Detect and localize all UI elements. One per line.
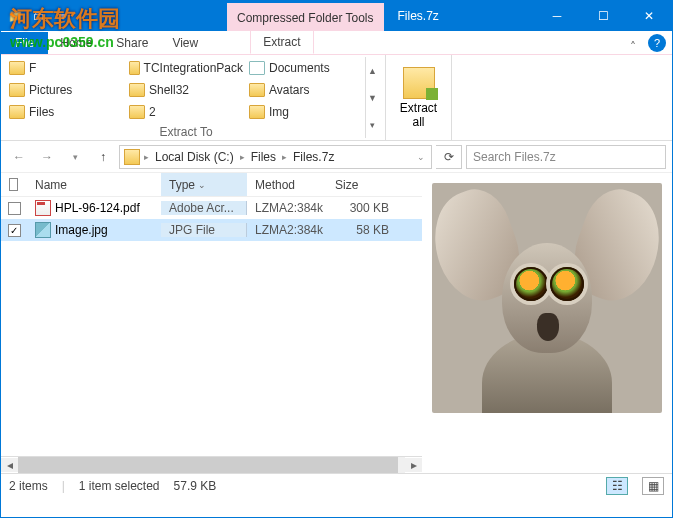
crumb-2[interactable]: Files.7z	[291, 150, 336, 164]
folder-icon: 🗀	[31, 8, 47, 24]
archive-icon: 📁	[7, 8, 23, 24]
extract-destination[interactable]: Img	[247, 101, 365, 123]
extract-destination[interactable]: F	[7, 57, 125, 79]
refresh-button[interactable]: ⟳	[436, 145, 462, 169]
view-large-icons-button[interactable]: ▦	[642, 477, 664, 495]
dest-label: F	[29, 61, 36, 75]
extract-all-button[interactable]: Extract all	[386, 55, 452, 140]
dest-scroll-more[interactable]: ▾	[366, 111, 379, 138]
pdf-file-icon	[35, 200, 51, 216]
extract-destination[interactable]: TCIntegrationPack	[127, 57, 245, 79]
dest-label: Shell32	[149, 83, 189, 97]
folder-icon	[9, 61, 25, 75]
dest-label: Pictures	[29, 83, 72, 97]
dest-label: Files	[29, 105, 54, 119]
crumb-dropdown[interactable]: ⌄	[415, 152, 427, 162]
horizontal-scrollbar[interactable]: ◂▸	[1, 456, 422, 473]
dest-scroll-down[interactable]: ▼	[366, 84, 379, 111]
column-size[interactable]: Size	[327, 173, 397, 196]
dest-label: Img	[269, 105, 289, 119]
dest-label: 2	[149, 105, 156, 119]
file-type: JPG File	[161, 223, 247, 237]
dest-label: Avatars	[269, 83, 309, 97]
file-row[interactable]: ✓Image.jpgJPG FileLZMA2:384k58 KB	[1, 219, 422, 241]
ribbon-extract-tab[interactable]: Extract	[250, 30, 313, 54]
row-checkbox[interactable]	[8, 202, 21, 215]
file-size: 58 KB	[327, 223, 397, 237]
folder-icon	[9, 83, 25, 97]
dest-scroll-up[interactable]: ▲	[366, 57, 379, 84]
column-method[interactable]: Method	[247, 173, 327, 196]
extract-all-label: Extract all	[400, 101, 437, 129]
ribbon-home-tab[interactable]: Home	[48, 32, 104, 54]
nav-history-button[interactable]: ▾	[63, 145, 87, 169]
nav-back-button[interactable]: ←	[7, 145, 31, 169]
nav-up-button[interactable]: ↑	[91, 145, 115, 169]
nav-forward-button: →	[35, 145, 59, 169]
folder-icon	[249, 105, 265, 119]
file-name: Image.jpg	[55, 223, 108, 237]
extract-destination[interactable]: Shell32	[127, 79, 245, 101]
file-type: Adobe Acr...	[161, 201, 247, 215]
ribbon-group-label: Extract To	[7, 123, 365, 141]
collapse-ribbon-button[interactable]: ˄	[624, 40, 642, 54]
dest-label: TCIntegrationPack	[144, 61, 243, 75]
view-details-button[interactable]: ☷	[606, 477, 628, 495]
folder-icon	[129, 83, 145, 97]
extract-all-icon	[403, 67, 435, 99]
status-item-count: 2 items	[9, 479, 48, 493]
contextual-tab-header: Compressed Folder Tools	[227, 3, 384, 31]
folder-icon	[249, 83, 265, 97]
window-title: Files.7z	[384, 1, 453, 31]
folder-icon	[249, 61, 265, 75]
ribbon-view-tab[interactable]: View	[160, 32, 210, 54]
search-input[interactable]: Search Files.7z	[466, 145, 666, 169]
column-type[interactable]: Type⌄	[161, 173, 247, 196]
maximize-button[interactable]: ☐	[580, 1, 626, 31]
dest-label: Documents	[269, 61, 330, 75]
close-button[interactable]: ✕	[626, 1, 672, 31]
extract-destination[interactable]: 2	[127, 101, 245, 123]
file-method: LZMA2:384k	[247, 201, 327, 215]
folder-icon	[129, 61, 140, 75]
folder-icon	[9, 105, 25, 119]
file-method: LZMA2:384k	[247, 223, 327, 237]
row-checkbox[interactable]: ✓	[8, 224, 21, 237]
preview-image	[432, 183, 662, 413]
minimize-button[interactable]: ─	[534, 1, 580, 31]
folder-icon	[129, 105, 145, 119]
extract-destination[interactable]: Files	[7, 101, 125, 123]
status-size: 57.9 KB	[174, 479, 217, 493]
column-name[interactable]: Name	[27, 173, 161, 196]
help-button[interactable]: ?	[648, 34, 666, 52]
crumb-1[interactable]: Files	[249, 150, 278, 164]
extract-destination[interactable]: Pictures	[7, 79, 125, 101]
qat-chevron-icon[interactable]: ▾	[55, 8, 71, 24]
breadcrumb[interactable]: ▸ Local Disk (C:)▸ Files▸ Files.7z ⌄	[119, 145, 432, 169]
select-all-checkbox[interactable]	[9, 178, 18, 191]
file-row[interactable]: HPL-96-124.pdfAdobe Acr...LZMA2:384k300 …	[1, 197, 422, 219]
file-name: HPL-96-124.pdf	[55, 201, 140, 215]
ribbon-share-tab[interactable]: Share	[104, 32, 160, 54]
status-selected: 1 item selected	[79, 479, 160, 493]
extract-destination[interactable]: Avatars	[247, 79, 365, 101]
crumb-0[interactable]: Local Disk (C:)	[153, 150, 236, 164]
file-size: 300 KB	[327, 201, 397, 215]
drive-icon	[124, 149, 140, 165]
extract-destination[interactable]: Documents	[247, 57, 365, 79]
preview-pane	[422, 173, 672, 473]
jpg-file-icon	[35, 222, 51, 238]
ribbon-file-tab[interactable]: File	[1, 32, 48, 54]
